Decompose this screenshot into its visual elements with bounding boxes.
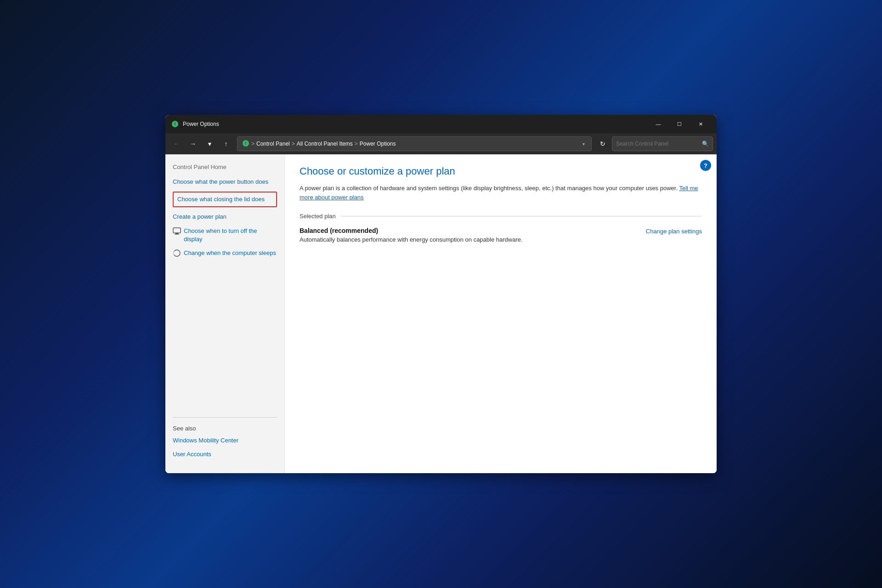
sidebar-sleeps-label[interactable]: Change when the computer sleeps	[184, 249, 276, 257]
path-sep-1: >	[251, 141, 254, 147]
sidebar-item-power-button[interactable]: Choose what the power button does	[173, 178, 277, 186]
plan-name: Balanced (recommended)	[300, 227, 523, 234]
search-icon: 🔍	[702, 141, 709, 147]
content-area: Control Panel Home Choose what the power…	[165, 154, 717, 473]
window-title: Power Options	[183, 121, 648, 127]
close-button[interactable]: ✕	[690, 117, 711, 131]
dropdown-button[interactable]: ▾	[202, 136, 217, 151]
selected-plan-header: Selected plan	[300, 213, 702, 220]
path-dropdown-button[interactable]: ▾	[581, 141, 587, 147]
back-button[interactable]: ←	[169, 136, 184, 151]
power-options-window: Power Options — ☐ ✕ ← → ▾ ↑ > Control Pa…	[165, 115, 717, 473]
maximize-button[interactable]: ☐	[669, 117, 690, 131]
sidebar-item-lid[interactable]: Choose what closing the lid does	[173, 192, 277, 207]
title-bar: Power Options — ☐ ✕	[165, 115, 717, 133]
moon-icon	[173, 249, 181, 259]
window-controls: — ☐ ✕	[648, 117, 711, 131]
svg-rect-4	[175, 234, 179, 235]
minimize-button[interactable]: —	[648, 117, 669, 131]
selected-plan-label: Selected plan	[300, 213, 336, 220]
forward-button[interactable]: →	[186, 136, 200, 151]
window-icon	[171, 120, 179, 128]
svg-point-6	[174, 251, 178, 255]
search-input[interactable]	[616, 141, 699, 147]
sidebar-turn-off-label[interactable]: Choose when to turn off the display	[184, 227, 277, 243]
sidebar-item-turn-off-display[interactable]: Choose when to turn off the display	[173, 227, 277, 243]
plan-divider	[340, 216, 702, 216]
up-button[interactable]: ↑	[219, 136, 233, 151]
plan-row: Balanced (recommended) Automatically bal…	[300, 227, 702, 243]
path-sep-3: >	[355, 141, 358, 147]
plan-description: Automatically balances performance with …	[300, 236, 523, 243]
path-part-1[interactable]: Control Panel	[256, 141, 290, 147]
see-also-label: See also	[173, 425, 277, 432]
monitor-icon	[173, 227, 181, 237]
description-text: A power plan is a collection of hardware…	[300, 185, 678, 192]
refresh-button[interactable]: ↻	[595, 136, 610, 151]
search-box: 🔍	[612, 136, 713, 151]
path-part-3[interactable]: Power Options	[360, 141, 396, 147]
sidebar-home-link[interactable]: Control Panel Home	[173, 164, 277, 170]
main-panel: ? Choose or customize a power plan A pow…	[285, 154, 717, 473]
address-bar: ← → ▾ ↑ > Control Panel > All Control Pa…	[165, 133, 717, 154]
path-sep-2: >	[292, 141, 295, 147]
sidebar-user-accounts[interactable]: User Accounts	[173, 450, 277, 458]
svg-rect-3	[175, 233, 178, 234]
selected-plan-section: Selected plan Balanced (recommended) Aut…	[300, 213, 702, 243]
sidebar-mobility-center[interactable]: Windows Mobility Center	[173, 436, 277, 445]
sidebar: Control Panel Home Choose what the power…	[165, 154, 285, 473]
main-description: A power plan is a collection of hardware…	[300, 184, 702, 202]
plan-info: Balanced (recommended) Automatically bal…	[300, 227, 523, 243]
path-part-2[interactable]: All Control Panel Items	[297, 141, 353, 147]
change-plan-link[interactable]: Change plan settings	[646, 227, 702, 235]
address-path[interactable]: > Control Panel > All Control Panel Item…	[237, 136, 592, 151]
sidebar-divider	[173, 417, 277, 418]
path-icon	[242, 140, 249, 148]
sidebar-item-create-plan[interactable]: Create a power plan	[173, 213, 277, 221]
main-title: Choose or customize a power plan	[300, 165, 702, 177]
sidebar-item-computer-sleeps[interactable]: Change when the computer sleeps	[173, 249, 277, 259]
svg-rect-2	[173, 228, 181, 233]
help-button[interactable]: ?	[700, 160, 711, 171]
